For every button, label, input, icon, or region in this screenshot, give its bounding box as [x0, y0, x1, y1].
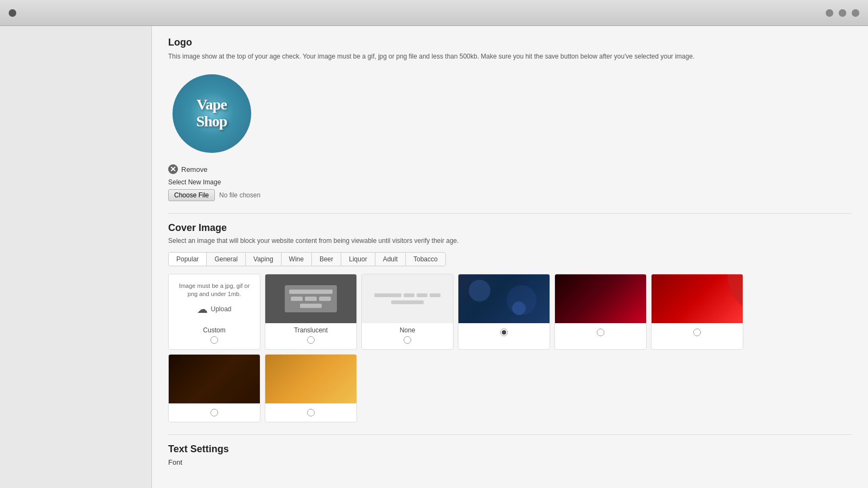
t-line-1 [289, 290, 333, 294]
bokeh-1 [469, 280, 490, 301]
none-label: None [400, 326, 416, 334]
image-card-dark-bokeh[interactable] [458, 274, 550, 350]
dark-bokeh-radio[interactable] [500, 329, 508, 336]
none-thumb [361, 274, 454, 323]
cover-image-title: Cover Image [168, 222, 852, 234]
titlebar-controls-right [826, 9, 859, 17]
n-line-group [374, 293, 441, 297]
titlebar [0, 0, 868, 26]
n-line-3 [417, 293, 427, 297]
titlebar-controls-left [9, 9, 16, 17]
bike-radio[interactable] [307, 409, 315, 416]
n-line-4 [430, 293, 441, 297]
upload-label: Upload [210, 305, 231, 313]
custom-radio[interactable] [210, 336, 218, 344]
logo-text: VapeShop [196, 97, 227, 130]
svg-point-0 [723, 274, 743, 309]
red-abstract-radio[interactable] [597, 329, 604, 336]
minimize-icon[interactable] [826, 9, 833, 17]
translucent-inner [285, 285, 337, 312]
custom-card-text: Image must be a jpg, gif or png and unde… [174, 282, 254, 299]
red-abstract-thumb [554, 274, 647, 323]
dark-bokeh-thumb [458, 274, 550, 323]
translucent-thumb [265, 274, 357, 323]
wine-pour-thumb [651, 274, 743, 323]
image-card-red-abstract[interactable] [554, 274, 647, 350]
logo-title: Logo [168, 37, 852, 48]
upload-area: ☁ Upload [197, 303, 231, 316]
tab-liquor[interactable]: Liquor [341, 253, 375, 266]
text-settings-title: Text Settings [168, 444, 852, 455]
image-card-lips[interactable] [168, 354, 260, 422]
custom-label: Custom [203, 326, 225, 334]
tab-wine[interactable]: Wine [282, 253, 312, 266]
image-category-tabs: Popular General Vaping Wine Beer Liquor … [168, 252, 446, 266]
remove-button[interactable]: ✕ Remove [168, 164, 852, 174]
tab-adult[interactable]: Adult [375, 253, 406, 266]
none-inner [374, 293, 441, 304]
wine-svg [711, 274, 743, 323]
wine-pour-radio[interactable] [693, 329, 701, 336]
t-line-3 [305, 297, 317, 301]
choose-file-button[interactable]: Choose File [168, 189, 215, 201]
image-card-none[interactable]: None [361, 274, 454, 350]
main-content: Logo This image show at the top of your … [152, 26, 868, 488]
tab-general[interactable]: General [207, 253, 246, 266]
text-settings-section: Text Settings Font [168, 444, 852, 466]
image-card-translucent[interactable]: Translucent [265, 274, 357, 350]
upload-cloud-icon: ☁ [197, 303, 208, 316]
n-line-1 [374, 293, 401, 297]
no-file-label: No file chosen [219, 191, 260, 199]
bike-thumb [265, 355, 357, 403]
t-line-5 [300, 304, 322, 308]
n-line-5 [391, 300, 424, 304]
select-new-image-label: Select New Image [168, 178, 852, 186]
logo-image: VapeShop [173, 74, 251, 153]
close-icon-right[interactable] [852, 9, 859, 17]
lips-thumb [168, 355, 260, 403]
section-divider-2 [168, 434, 852, 435]
custom-card-content: Image must be a jpg, gif or png and unde… [169, 274, 260, 323]
t-line-group [291, 297, 331, 301]
tab-beer[interactable]: Beer [312, 253, 341, 266]
cover-image-section: Cover Image Select an image that will bl… [168, 222, 852, 422]
image-card-bike[interactable] [265, 354, 357, 422]
section-divider-1 [168, 213, 852, 214]
t-line-2 [291, 297, 303, 301]
close-icon[interactable] [9, 9, 16, 17]
image-card-wine-pour[interactable] [651, 274, 743, 350]
logo-section: Logo This image show at the top of your … [168, 37, 852, 201]
tab-tobacco[interactable]: Tobacco [406, 253, 445, 266]
translucent-label: Translucent [294, 326, 328, 334]
remove-label: Remove [181, 165, 207, 174]
image-grid-row2 [168, 354, 852, 422]
file-input-row: Choose File No file chosen [168, 189, 852, 201]
tab-vaping[interactable]: Vaping [246, 253, 281, 266]
t-line-4 [319, 297, 331, 301]
translucent-radio[interactable] [307, 336, 315, 344]
remove-icon: ✕ [168, 164, 178, 174]
font-label: Font [168, 458, 852, 466]
image-card-custom[interactable]: Image must be a jpg, gif or png and unde… [168, 274, 260, 350]
left-sidebar [0, 26, 152, 488]
bokeh-3 [507, 285, 537, 315]
lips-radio[interactable] [210, 409, 218, 416]
image-grid: Image must be a jpg, gif or png and unde… [168, 274, 852, 350]
maximize-icon[interactable] [839, 9, 846, 17]
logo-preview: VapeShop [168, 70, 255, 157]
none-radio[interactable] [404, 336, 411, 344]
logo-description: This image show at the top of your age c… [168, 52, 852, 61]
tab-popular[interactable]: Popular [169, 253, 207, 266]
cover-image-desc: Select an image that will block your web… [168, 237, 852, 245]
n-line-2 [404, 293, 414, 297]
